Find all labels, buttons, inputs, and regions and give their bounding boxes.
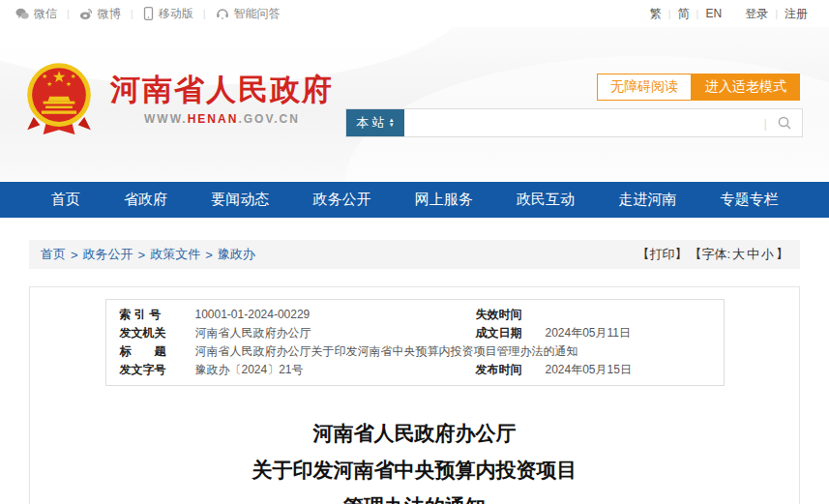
breadcrumb: 首页 > 政务公开 > 政策文件 > 豫政办 [41,246,255,263]
topbar-separator: | [67,8,70,19]
nav-item-interaction[interactable]: 政民互动 [517,191,575,209]
nav-item-online-services[interactable]: 网上服务 [415,191,473,209]
document-title-line1: 河南省人民政府办公厅 [30,415,799,452]
breadcrumb-bar: 首页 > 政务公开 > 政策文件 > 豫政办 【打印】 【字体: 大 中 小 】 [29,240,800,269]
meta-value-written-date: 2024年05月11日 [546,325,710,341]
wechat-icon [15,8,29,20]
meta-value-issuer: 河南省人民政府办公厅 [195,325,462,341]
document-title-line3: 管理办法的通知 [30,489,799,504]
document-title-line2: 关于印发河南省中央预算内投资项目 [30,452,799,489]
nav-item-gov-affairs[interactable]: 政务公开 [312,191,370,209]
register-link[interactable]: 注册 [785,6,808,22]
svg-text:★: ★ [66,80,72,87]
topbar-separator: | [131,8,133,19]
auth-links: 登录 | 注册 [745,6,808,22]
meta-label-written-date: 成文日期 [476,325,532,341]
search-scope-select[interactable]: 本 站 ▲▼ [346,109,404,136]
mobile-version-link[interactable]: 移动版 [143,6,193,22]
lang-simplified[interactable]: 简 [678,6,690,22]
meta-label-doc-number: 发文字号 [120,362,182,378]
nav-item-home[interactable]: 首页 [51,191,80,209]
document-meta-table: 索 引 号 10001-01-2024-00229 失效时间 发文机关 河南省人… [105,299,725,386]
meta-label-issuer: 发文机关 [120,325,182,341]
weibo-label: 微博 [98,6,121,22]
site-header: ★ ★ ★ ★ ★ 河南省人民政府 WWW.HENAN.GOV.CN 无障碍阅读… [0,27,829,182]
breadcrumb-separator: > [71,248,78,262]
site-url-suffix: .GOV.CN [238,112,300,126]
breadcrumb-yuzhengban[interactable]: 豫政办 [218,246,255,263]
meta-value-doc-number: 豫政办〔2024〕21号 [195,362,462,378]
search-icon[interactable] [767,109,802,136]
search-input[interactable] [404,109,764,136]
wechat-link[interactable]: 微信 [15,6,57,22]
accessibility-buttons: 无障碍阅读 进入适老模式 [597,74,800,101]
weibo-icon [79,8,93,20]
breadcrumb-policy-docs[interactable]: 政策文件 [150,246,200,263]
breadcrumb-separator: > [138,248,146,262]
meta-label-title: 标 题 [120,343,182,360]
lang-english[interactable]: EN [705,7,722,20]
document-title: 河南省人民政府办公厅 关于印发河南省中央预算内投资项目 管理办法的通知 [30,415,799,504]
page: 微信 | 微博 | 移动版 | 智能问答 [0,0,829,504]
elder-mode-button[interactable]: 进入适老模式 [692,74,800,101]
site-url-highlight: HENAN [188,112,239,126]
mobile-version-label: 移动版 [159,6,193,22]
svg-text:★: ★ [42,73,47,79]
social-links: 微信 | 微博 | 移动版 | 智能问答 [15,6,281,22]
print-button[interactable]: 【打印】 [637,246,687,263]
meta-value-index: 10001-01-2024-00229 [195,307,462,323]
site-title: 河南省人民政府 [110,74,334,106]
topbar-separator: | [696,8,699,19]
document-container: 索 引 号 10001-01-2024-00229 失效时间 发文机关 河南省人… [29,286,800,504]
topbar-right: 繁 | 简 | EN 登录 | 注册 [650,6,808,22]
font-size-small[interactable]: 小 [761,246,774,263]
accessible-reading-button[interactable]: 无障碍阅读 [597,74,692,101]
lang-traditional[interactable]: 繁 [650,6,662,22]
search-scope-label: 本 站 [356,114,385,132]
main-nav: 首页 省政府 要闻动态 政务公开 网上服务 政民互动 走进河南 专题专栏 [0,182,829,218]
top-utility-bar: 微信 | 微博 | 移动版 | 智能问答 [0,0,829,27]
svg-text:★: ★ [46,80,52,87]
site-logo[interactable]: ★ ★ ★ ★ ★ 河南省人民政府 WWW.HENAN.GOV.CN [19,60,334,139]
nav-item-about-henan[interactable]: 走进河南 [618,191,676,209]
page-tools: 【打印】 【字体: 大 中 小 】 [637,246,788,263]
meta-label-expiry: 失效时间 [476,307,532,323]
nav-item-news[interactable]: 要闻动态 [211,191,269,209]
main-nav-inner: 首页 省政府 要闻动态 政务公开 网上服务 政民互动 走进河南 专题专栏 [29,182,800,218]
svg-text:★: ★ [71,73,76,79]
meta-value-expiry [546,307,710,323]
svg-text:★: ★ [52,68,67,85]
breadcrumb-home[interactable]: 首页 [41,246,66,263]
font-size-label: 【字体: [689,246,730,263]
font-size-label-close: 】 [776,246,788,263]
breadcrumb-gov-affairs[interactable]: 政务公开 [83,246,133,263]
login-link[interactable]: 登录 [745,6,768,22]
smart-qa-link[interactable]: 智能问答 [216,6,281,22]
search-bar: 本 站 ▲▼ | [345,108,803,137]
topbar-separator: | [775,8,778,19]
nav-item-special-topics[interactable]: 专题专栏 [720,191,778,209]
topbar-separator: | [203,8,206,19]
topbar-separator: | [668,8,671,19]
mobile-icon [143,7,154,20]
meta-grid: 索 引 号 10001-01-2024-00229 失效时间 发文机关 河南省人… [120,307,710,378]
national-emblem-icon: ★ ★ ★ ★ ★ [19,60,99,139]
font-size-medium[interactable]: 中 [747,246,759,263]
voice-qa-icon [216,7,229,20]
smart-qa-label: 智能问答 [234,6,281,22]
font-size-large[interactable]: 大 [732,246,745,263]
site-url-prefix: WWW. [144,112,188,126]
weibo-link[interactable]: 微博 [79,6,121,22]
wechat-label: 微信 [34,6,57,22]
meta-label-index: 索 引 号 [120,307,182,323]
site-url: WWW.HENAN.GOV.CN [110,112,334,126]
nav-item-provincial-gov[interactable]: 省政府 [124,191,167,209]
language-switcher: 繁 | 简 | EN [650,6,722,22]
breadcrumb-separator: > [205,248,213,262]
meta-value-title: 河南省人民政府办公厅关于印发河南省中央预算内投资项目管理办法的通知 [195,343,710,360]
meta-value-publish-date: 2024年05月15日 [546,362,710,378]
select-arrows-icon: ▲▼ [389,118,395,128]
site-identity: 河南省人民政府 WWW.HENAN.GOV.CN [110,74,334,126]
meta-label-publish-date: 发布时间 [476,362,532,378]
